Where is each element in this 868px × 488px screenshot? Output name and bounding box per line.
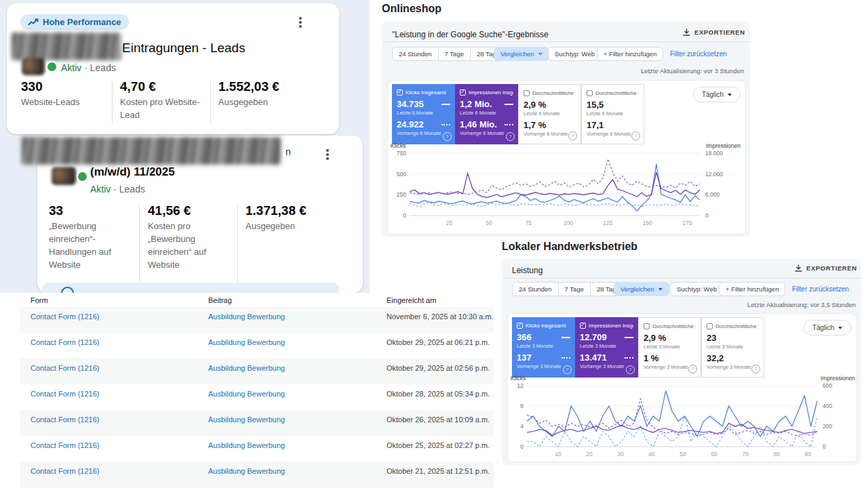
- metric-cost-per-lead: 4,70 € Kosten pro Website-Lead: [120, 79, 205, 122]
- metric-applications: 33 „Bewerbung einreichen“-Handlungen auf…: [49, 203, 134, 271]
- svg-text:10: 10: [555, 451, 561, 458]
- metric-tile-clicks[interactable]: Klicks insgesamt 366 Letzte 3 Monate 137…: [512, 317, 575, 378]
- checkbox-checked-icon[interactable]: [460, 89, 466, 96]
- status-line: Aktiv · Leads: [90, 184, 145, 195]
- svg-text:50: 50: [679, 451, 686, 458]
- metric-tile-impressions[interactable]: Impressionen insges... 1,2 Mio. Letzte 6…: [455, 84, 518, 144]
- metric-tile-clicks[interactable]: Klicks insgesamt 34.735 Letzte 6 Monate …: [392, 84, 455, 144]
- performance-badge-label: Hohe Performance: [43, 17, 121, 27]
- last-updated-text: Letzte Aktualisierung: vor 3 Stunden: [570, 67, 744, 75]
- form-link[interactable]: Contact Form (1216): [31, 467, 99, 475]
- svg-text:125: 125: [603, 220, 612, 226]
- post-link[interactable]: Ausbildung Bewerbung: [208, 415, 285, 424]
- metric-tile-ctr[interactable]: Durchschnittliche CTR 2,9 % Letzte 3 Mon…: [638, 317, 701, 378]
- svg-text:Impressionen: Impressionen: [821, 375, 855, 382]
- metric-tile-position[interactable]: Durchschnittliche Po... 15,5 Letzte 6 Mo…: [581, 84, 644, 144]
- submitted-date: November 6, 2025 at 10:30 a.m.: [387, 312, 494, 321]
- active-status-dot: [46, 61, 58, 73]
- export-button[interactable]: EXPORTIEREN: [683, 28, 745, 36]
- metric-website-leads: 330 Website-Leads: [21, 79, 109, 109]
- checkbox-checked-icon[interactable]: [397, 89, 403, 96]
- tab-24-stunden[interactable]: 24 Stunden: [393, 47, 438, 60]
- section-heading-onlineshop: Onlineshop: [382, 3, 441, 15]
- metric-tile-position[interactable]: Durchschnittliche Po... 23 Letzte 3 Mona…: [701, 317, 764, 378]
- checkbox-unchecked-icon[interactable]: [524, 90, 530, 96]
- svg-text:750: 750: [397, 150, 406, 157]
- svg-text:8: 8: [520, 403, 524, 409]
- add-filter-button[interactable]: + Filter hinzufügen: [597, 47, 663, 61]
- checkbox-checked-icon[interactable]: [517, 323, 523, 329]
- form-submissions-table: Form Beitrag Eingereicht am Contact Form…: [0, 293, 502, 488]
- svg-text:175: 175: [682, 220, 692, 226]
- export-button[interactable]: EXPORTIEREN: [795, 264, 857, 272]
- metric-cost-per-application: 41,56 € Kosten pro „Bewerbung einreichen…: [148, 203, 233, 271]
- svg-text:0: 0: [705, 212, 709, 219]
- reset-filters-link[interactable]: Filter zurücksetzen: [792, 285, 849, 293]
- onlineshop-performance-chart[interactable]: 75018.00050012.0002506.00000KlicksImpres…: [389, 140, 742, 232]
- metric-spent: 1.371,38 € Ausgegeben: [245, 203, 347, 233]
- download-icon: [795, 264, 802, 272]
- checkbox-unchecked-icon[interactable]: [587, 90, 593, 96]
- info-banner: [42, 283, 339, 293]
- metric-spent: 1.552,03 € Ausgegeben: [218, 79, 320, 109]
- form-link[interactable]: Contact Form (1216): [31, 312, 99, 321]
- granularity-dropdown[interactable]: Täglich: [693, 87, 741, 102]
- tab-7-tage[interactable]: 7 Tage: [558, 283, 590, 296]
- redacted-campaign-name: [22, 137, 281, 165]
- checkbox-unchecked-icon[interactable]: [644, 323, 650, 329]
- svg-text:200: 200: [823, 423, 832, 430]
- dotted-line-legend-icon: [505, 124, 513, 125]
- form-link[interactable]: Contact Form (1216): [31, 364, 99, 372]
- download-icon: [683, 28, 690, 36]
- post-link[interactable]: Ausbildung Bewerbung: [208, 390, 285, 398]
- submitted-date: Oktober 28, 2025 at 05:34 p.m.: [387, 390, 490, 398]
- table-row: Contact Form (1216) Ausbildung Bewerbung…: [20, 307, 494, 333]
- post-link[interactable]: Ausbildung Bewerbung: [208, 467, 285, 475]
- submitted-date: Oktober 25, 2025 at 02:27 p.m.: [387, 441, 490, 449]
- svg-text:Impressionen: Impressionen: [706, 142, 741, 149]
- column-header-beitrag[interactable]: Beitrag: [208, 296, 232, 304]
- dotted-line-legend-icon: [441, 124, 450, 125]
- svg-text:6.000: 6.000: [705, 191, 720, 198]
- trending-up-icon: [28, 18, 39, 26]
- submitted-date: Oktober 29, 2025 at 02:56 p.m.: [387, 364, 490, 372]
- section-heading-handwerksbetrieb: Lokaler Handwerksbetrieb: [502, 241, 637, 253]
- svg-text:60: 60: [711, 451, 717, 458]
- solid-line-legend-icon: [561, 337, 570, 338]
- chevron-down-icon: [728, 94, 732, 96]
- metric-tile-impressions[interactable]: Impressionen insges... 12.709 Letzte 3 M…: [575, 317, 638, 378]
- checkbox-unchecked-icon[interactable]: [707, 323, 713, 329]
- column-header-form[interactable]: Form: [31, 296, 48, 304]
- card-menu-button[interactable]: [299, 17, 302, 28]
- add-filter-button[interactable]: + Filter hinzufügen: [719, 282, 785, 296]
- compare-tab[interactable]: Vergleichen: [614, 282, 669, 296]
- card-menu-button[interactable]: [326, 149, 329, 160]
- tab-24-stunden[interactable]: 24 Stunden: [513, 283, 558, 296]
- dotted-line-legend-icon: [561, 357, 570, 359]
- metric-tile-ctr[interactable]: Durchschnittliche CTR 2,9 % Letzte 6 Mon…: [518, 84, 581, 144]
- status-type: Leads: [119, 184, 145, 195]
- post-link[interactable]: Ausbildung Bewerbung: [208, 338, 285, 346]
- column-header-eingereicht[interactable]: Eingereicht am: [387, 296, 436, 304]
- svg-text:250: 250: [397, 191, 406, 198]
- submitted-date: Oktober 29, 2025 at 06:21 p.m.: [387, 338, 490, 346]
- form-link[interactable]: Contact Form (1216): [31, 441, 99, 449]
- tab-7-tage[interactable]: 7 Tage: [438, 47, 470, 60]
- post-link[interactable]: Ausbildung Bewerbung: [208, 441, 285, 449]
- status-active: Aktiv: [90, 184, 111, 195]
- svg-text:0: 0: [403, 212, 406, 219]
- active-status-dot: [77, 171, 88, 182]
- post-link[interactable]: Ausbildung Bewerbung: [208, 364, 285, 372]
- handwerk-performance-chart[interactable]: 126008400420000KlicksImpressionen1020304…: [509, 372, 856, 463]
- post-link[interactable]: Ausbildung Bewerbung: [208, 312, 285, 321]
- granularity-dropdown[interactable]: Täglich: [804, 320, 851, 336]
- reset-filters-link[interactable]: Filter zurücksetzen: [670, 50, 727, 58]
- table-row: Contact Form (1216) Ausbildung Bewerbung…: [20, 462, 494, 488]
- form-link[interactable]: Contact Form (1216): [31, 415, 99, 424]
- checkbox-checked-icon[interactable]: [580, 323, 586, 329]
- ad-card-leads: Hohe Performance Eintragungen - Leads Ak…: [7, 3, 339, 134]
- form-link[interactable]: Contact Form (1216): [31, 338, 99, 346]
- redacted-campaign-name: [12, 33, 121, 60]
- status-line: Aktiv · Leads: [61, 62, 116, 73]
- form-link[interactable]: Contact Form (1216): [31, 390, 99, 398]
